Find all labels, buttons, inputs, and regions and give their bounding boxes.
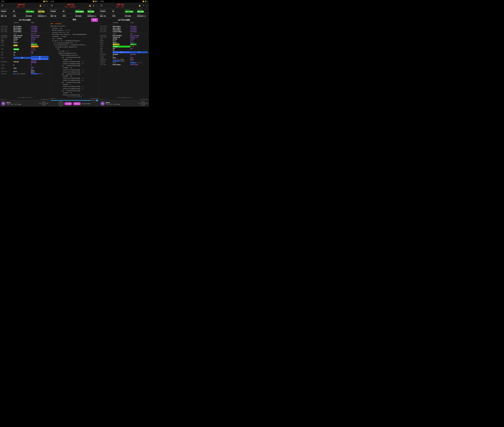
- dot-3-6: [124, 97, 124, 98]
- modulation-row-3: Modulation 256QAM 256QAM: [100, 53, 148, 55]
- util1024-row-1: 1024Q Util. 0.0 % 0.0 % 0.0 %: [1, 70, 48, 73]
- signal-section-2: 信令 复制 NR● ● Command NR5G RRC OTA Packet …: [50, 18, 99, 96]
- util64-row-3: 64Q Util. 7.7 % 72.7 %: [100, 62, 148, 63]
- dot-2-3: [70, 96, 71, 97]
- dot-3-7: [125, 97, 126, 98]
- lock-icon-3[interactable]: 🔓: [139, 4, 141, 7]
- dot-3-11: [131, 97, 131, 98]
- ctrl-prev-2[interactable]: < 0.5s: [64, 102, 72, 105]
- stats-row-rlc-1: RLC Thput 650.44 Mbps 2.53 Mbps: [1, 27, 48, 29]
- main-content-1: SA下行CA矩阵 Downlink Uplink - PDCP Thput 64…: [0, 18, 49, 97]
- arfcnpci-row-1: ARFCN/PCI 721824 / 82 154570 / 501: [1, 37, 48, 38]
- gcellid-val-3: 6291625 / 4: [137, 15, 148, 17]
- player-avatar-3: G: [101, 101, 105, 106]
- page-dots-2: [50, 96, 99, 98]
- dot-3-4: [121, 97, 122, 98]
- player-controls-bar-2: ⏸ < 0.5s 0.5s > 10:19:19.685: [50, 99, 99, 107]
- progress-dot-2: [96, 99, 98, 101]
- menu-icon-1[interactable]: ☰: [1, 4, 3, 7]
- stats-header-3: Downlink Uplink: [100, 22, 148, 23]
- dot-1-6: [24, 97, 25, 98]
- more-icon-2[interactable]: ⋮: [96, 4, 98, 7]
- nr-badge-2: NR● ● Command: [51, 23, 98, 25]
- dash-row-1: -: [1, 23, 48, 25]
- time-3: 10:20: [100, 1, 104, 2]
- util256-bar-inner-s1: [31, 73, 38, 74]
- filter-icon-2[interactable]: ⚙: [93, 4, 94, 7]
- stats-row-pdcp-1: PDCP Thput 647.11 Mbps 2.38 Mbps: [1, 26, 48, 27]
- dot-3-3: [120, 97, 120, 98]
- bler-row-1: BLER 13.5 % 8.9 % 11.2 %: [1, 44, 48, 47]
- cell-info-1: SSB-ARFCN 721824 PCI 82 SS-RSRP -84.2 dB…: [0, 9, 49, 13]
- band-item-3: Band N79: [112, 13, 124, 18]
- phythpt-row-3: Phy. Thput 686.32 Mbps 368.66 Mbps: [100, 64, 148, 65]
- plmn-val-2: 460 / 00: [50, 15, 61, 17]
- dot-1-5: [23, 97, 24, 98]
- player-subtitle-3: 下载（00:07）893.8 Mbps: [106, 104, 137, 105]
- ctrl-time-2: 10:19:19.685: [82, 103, 90, 104]
- battery-3: 📶 🔋92: [142, 1, 148, 2]
- dot-1-10: [30, 97, 31, 98]
- pcell-header-1: PCell SCell 1/2: [1, 33, 48, 35]
- lock-icon-1[interactable]: 🔓: [39, 4, 42, 7]
- pci-item-3: PCI 60: [112, 9, 124, 13]
- close-player-btn-3[interactable]: ✕: [146, 102, 147, 105]
- menu-icon-3[interactable]: ☰: [101, 4, 102, 7]
- ctrl-next-2[interactable]: 0.5s >: [73, 102, 81, 105]
- util1024-scell-1: 0.0 % 0.0 %: [31, 70, 49, 73]
- snr-pcell-3: 30.1 dB: [113, 46, 130, 47]
- share-icon-3[interactable]: ↗: [142, 4, 144, 7]
- player-subtitle-1: 下载（00:09）553.1 Mbps: [7, 104, 38, 105]
- scs-row-1: SCS 30 KHz 30 KHz: [1, 38, 48, 40]
- more-icon-3[interactable]: ⋮: [146, 4, 147, 7]
- progress-bar-2[interactable]: [51, 100, 98, 101]
- lock-icon-2[interactable]: 🔓: [89, 4, 91, 7]
- util256-bar-outer-p3: [113, 61, 120, 62]
- dot-1-1: [18, 97, 18, 98]
- signal-log-2: NR● ● Command NR5G RRC OTA Packet Versio…: [50, 22, 99, 96]
- dot-2-7: [75, 96, 76, 97]
- ssrsrp-item-1: SS-RSRP -84.2 dBm: [25, 9, 37, 13]
- bandwidth-row-3: Band/width N79 / 100 MHz N41 / 100 MHz: [100, 35, 148, 36]
- dot-2-9: [78, 96, 79, 97]
- stats-row-phy-1: Phy. Thput 732.81 Mbps 3.36 Mbps: [1, 31, 48, 32]
- close-player-btn-1[interactable]: ✕: [47, 102, 48, 105]
- stats-mac-3: MAC Thput 942.94 Mbps 4.36 Mbps: [100, 29, 148, 31]
- bandwidth-row-1: Band/width N79 / 100 MHz N41 / 100 MHz: [1, 35, 48, 36]
- copy-btn-2[interactable]: 复制: [91, 18, 98, 22]
- sssinr-item-2: SS-SINR 33.1 dB: [87, 9, 99, 13]
- ssrsrp-val-2: -60.0 dBm: [75, 11, 84, 13]
- dot-2-11: [81, 96, 82, 97]
- play-pause-btn-1[interactable]: ⏸: [42, 102, 46, 105]
- tac-item-1: TAC 1574390: [25, 13, 37, 18]
- util256-pcell-3: 92.3 %: [113, 61, 130, 62]
- mcs-row-1: MCS 24 18 27: [1, 56, 48, 60]
- dot-2-2: [69, 96, 69, 97]
- ssrsrp-val-1: -84.2 dBm: [26, 11, 34, 13]
- ctrl-pause-2[interactable]: ⏸: [59, 101, 63, 106]
- cqi-row-1: CQI 14 -: [1, 54, 48, 56]
- dot-1-2: [19, 97, 20, 98]
- dot-1-3: [20, 97, 21, 98]
- ssbarfcn-val-3: 721824: [100, 10, 111, 12]
- mimo-row-3: MIMO 4 X 4 4 X 4: [100, 40, 148, 42]
- menu-icon-2[interactable]: ☰: [51, 4, 53, 7]
- grants-scell-1: 1364 571: [31, 67, 49, 70]
- play-pause-btn-3[interactable]: ⏸: [141, 102, 145, 105]
- dot-1-4: [22, 97, 23, 98]
- ssbarfcn-item-3: SSB-ARFCN 721824: [99, 9, 112, 13]
- gcellid-item-1: gCellID 6291546 / 5: [37, 13, 49, 18]
- more-icon-1[interactable]: ⋮: [46, 4, 48, 7]
- util256-bar-inner-1: [13, 73, 15, 74]
- version-row-2: 4.6.31 ***** 73DCE5F9A145: [50, 98, 99, 99]
- ssrsrp-val-3: -68.7 dBm: [125, 11, 133, 13]
- dot-1-9: [29, 97, 29, 98]
- dot-2-1: [67, 96, 68, 97]
- band-item-1: Band N79: [12, 13, 25, 18]
- panel-1: 10:07 📶 🔋95 ☰ NR-SA 测试中（正常） 🔓 ↗ ⋮ SSB-AR…: [0, 0, 50, 107]
- share-icon-1[interactable]: ↗: [43, 4, 45, 7]
- bler-bar-yellow-1: 13.5 %: [13, 45, 18, 46]
- dot-3-9: [128, 97, 129, 98]
- pci-item-1: PCI 82: [12, 9, 25, 13]
- plmn-item-3: PLMN 460 / 00: [99, 13, 112, 18]
